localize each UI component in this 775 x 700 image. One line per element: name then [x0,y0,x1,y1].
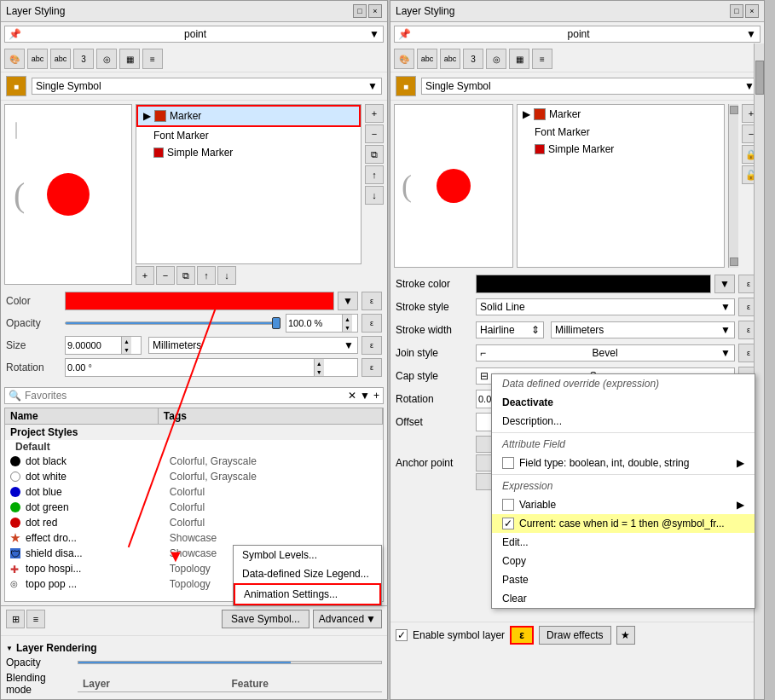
ctx-data-defined-expr[interactable]: Data defined override (expression) [492,374,755,393]
list-item[interactable]: dot white Colorful, Grayscale [5,469,383,484]
left-restore-btn[interactable]: □ [353,4,367,18]
search-add-btn[interactable]: + [373,390,379,402]
paint-btn[interactable]: 🎨 [4,49,25,69]
opacity-slider[interactable] [65,321,277,325]
dup-layer-btn[interactable]: ⧉ [176,266,195,285]
search-clear-btn[interactable]: ✕ [348,390,356,402]
anchor-bl[interactable] [476,473,493,490]
3d-btn[interactable]: 3 [73,49,94,69]
color-expr-btn[interactable]: ε [361,292,382,310]
star-effects-btn[interactable]: ★ [616,626,635,645]
down-layer-btn[interactable]: ↓ [217,266,236,285]
list-item[interactable]: effect dro... Showcase [5,530,383,546]
color-dd-btn[interactable]: ▼ [338,292,358,310]
left-tree-item-marker[interactable]: ▶ Marker [136,105,361,127]
enable-checkbox[interactable]: ✓ [396,629,408,641]
left-tree-item-font-marker[interactable]: Font Marker [136,127,361,144]
enable-expr-btn[interactable]: ε [510,626,534,645]
right-scrollbar[interactable] [728,104,738,268]
right-symbol-icon-btn[interactable]: ■ [396,76,416,96]
remove-layer-btn[interactable]: − [156,266,175,285]
r-paint-btn[interactable]: 🎨 [394,49,414,69]
opacity-expr-btn[interactable]: ε [361,314,382,333]
bottom-view-btn2[interactable]: ≡ [26,610,45,628]
stroke-style-dropdown[interactable]: Solid Line ▼ [476,298,735,315]
ctx-current-case[interactable]: ✓ Current: case when id = 1 then @symbol… [492,514,755,533]
abc2-btn[interactable]: abc [50,49,71,69]
ctx-paste[interactable]: Paste [492,570,755,589]
draw-effects-btn[interactable]: Draw effects [539,626,610,645]
up-item-btn[interactable]: ↑ [365,165,384,184]
list-item[interactable]: dot green Colorful [5,500,383,515]
add-item-btn[interactable]: + [365,104,384,123]
r-mask-btn[interactable]: ▦ [509,49,529,69]
size-unit-dropdown[interactable]: Millimeters ▼ [148,337,358,354]
rotation-expr-btn[interactable]: ε [361,358,382,377]
list-item[interactable]: dot red Colorful [5,515,383,530]
lr-opacity-slider[interactable] [78,661,382,664]
ctx-deactivate[interactable]: Deactivate [492,393,755,412]
ctx-clear[interactable]: Clear [492,589,755,608]
ctx-variable[interactable]: Variable ▶ [492,495,755,514]
size-expr-btn[interactable]: ε [361,336,382,355]
search-filter-btn[interactable]: ▼ [360,390,370,402]
r-tree-simple-marker[interactable]: Simple Marker [518,141,724,158]
color-input[interactable] [65,292,334,310]
diagram-btn[interactable]: ◎ [96,49,117,69]
size-down-btn[interactable]: ▼ [121,345,131,354]
add-layer-btn[interactable]: + [136,266,154,285]
scroll-down-btn[interactable] [730,257,738,266]
render-btn[interactable]: ≡ [142,49,163,69]
join-style-dropdown[interactable]: ⌐ Bevel ▼ [476,344,735,362]
left-close-btn[interactable]: × [368,4,382,18]
anchor-ml[interactable] [476,454,493,471]
animation-settings-item[interactable]: Animation Settings... [234,583,381,605]
rotation-down-btn[interactable]: ▼ [314,367,324,376]
r-3d-btn[interactable]: 3 [463,49,483,69]
anchor-tl[interactable] [476,436,493,453]
search-input[interactable] [25,390,344,402]
rem-item-btn[interactable]: − [365,124,384,143]
r-tree-item-marker[interactable]: ▶ Marker [518,105,724,124]
down-item-btn[interactable]: ↓ [365,186,384,205]
ctx-field-type[interactable]: Field type: boolean, int, double, string… [492,454,755,472]
opacity-down-btn[interactable]: ▼ [342,323,352,332]
mask-btn[interactable]: ▦ [119,49,140,69]
save-symbol-btn[interactable]: Save Symbol... [222,610,309,628]
r-render-btn[interactable]: ≡ [532,49,552,69]
dup-item-btn[interactable]: ⧉ [365,145,384,164]
r-abc2-btn[interactable]: abc [440,49,460,69]
size-up-btn[interactable]: ▲ [121,337,131,345]
right-symbol-type-dropdown[interactable]: Single Symbol ▼ [421,78,759,95]
layer-rendering-header[interactable]: ▼ Layer Rendering [6,639,382,657]
size-input[interactable] [66,338,121,352]
right-close-btn[interactable]: × [745,4,759,18]
list-item[interactable]: dot blue Colorful [5,484,383,500]
stroke-color-dd[interactable]: ▼ [714,275,735,293]
data-defined-size-item[interactable]: Data-defined Size Legend... [234,564,381,583]
right-scrollbar-thumb[interactable] [755,61,764,95]
ctx-copy[interactable]: Copy [492,552,755,570]
left-layer-dropdown[interactable]: 📌 point ▼ [4,26,384,43]
abc-btn[interactable]: abc [27,49,48,69]
rotation-input[interactable] [66,361,314,374]
ctx-edit[interactable]: Edit... [492,533,755,552]
opacity-input[interactable] [286,316,342,330]
stroke-width-input[interactable]: Hairline ⇕ [476,321,544,338]
left-symbol-icon-btn[interactable]: ■ [6,76,26,96]
symbol-levels-item[interactable]: Symbol Levels... [234,546,381,564]
stroke-color-input[interactable] [476,275,711,293]
r-diagram-btn[interactable]: ◎ [486,49,506,69]
rotation-up-btn[interactable]: ▲ [314,359,324,367]
r-tree-font-marker[interactable]: Font Marker [518,124,724,141]
ctx-description[interactable]: Description... [492,412,755,431]
bottom-view-btn1[interactable]: ⊞ [6,610,25,628]
right-restore-btn[interactable]: □ [730,4,743,18]
scroll-up-btn[interactable] [730,106,738,114]
up-layer-btn[interactable]: ↑ [197,266,216,285]
opacity-up-btn[interactable]: ▲ [342,315,352,323]
stroke-width-unit-dropdown[interactable]: Millimeters ▼ [551,321,735,338]
right-layer-dropdown[interactable]: 📌 point ▼ [394,26,761,43]
left-symbol-type-dropdown[interactable]: Single Symbol ▼ [32,78,382,95]
left-tree-item-simple-marker[interactable]: Simple Marker [136,144,361,161]
